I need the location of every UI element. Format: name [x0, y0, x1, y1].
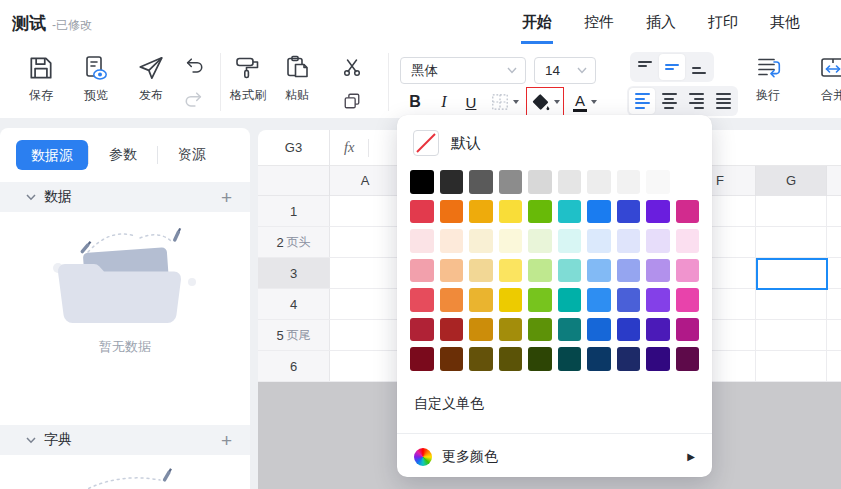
color-swatch-r2c1[interactable]: [410, 200, 434, 224]
color-swatch-r5c9[interactable]: [646, 288, 670, 312]
color-swatch-r6c1[interactable]: [410, 318, 434, 342]
color-swatch-r4c5[interactable]: [528, 259, 552, 283]
fill-color-button[interactable]: [526, 87, 564, 116]
undo-button[interactable]: [182, 54, 206, 78]
italic-button[interactable]: I: [432, 88, 456, 116]
color-swatch-r4c2[interactable]: [440, 259, 464, 283]
bold-button[interactable]: B: [402, 88, 428, 116]
color-swatch-r3c2[interactable]: [440, 229, 464, 253]
borders-button[interactable]: [488, 88, 522, 116]
row-header-1[interactable]: 1: [258, 196, 330, 226]
color-swatch-r5c7[interactable]: [587, 288, 611, 312]
color-swatch-r6c5[interactable]: [528, 318, 552, 342]
sidebar-tab-资源[interactable]: 资源: [158, 146, 226, 164]
align-center-button[interactable]: [656, 88, 682, 114]
color-swatch-r2c8[interactable]: [617, 200, 641, 224]
align-justify-button[interactable]: [710, 88, 736, 114]
color-swatch-r3c10[interactable]: [676, 229, 700, 253]
row-header-2[interactable]: 2页头: [258, 227, 330, 257]
color-swatch-r4c3[interactable]: [469, 259, 493, 283]
color-swatch-r4c8[interactable]: [617, 259, 641, 283]
menu-tab-控件[interactable]: 控件: [583, 0, 615, 44]
sidebar-tab-数据源[interactable]: 数据源: [16, 140, 88, 170]
color-swatch-r1c6[interactable]: [558, 170, 582, 194]
font-size-select[interactable]: 14: [534, 57, 596, 84]
color-swatch-r6c8[interactable]: [617, 318, 641, 342]
custom-color-option[interactable]: 自定义单色: [414, 395, 712, 413]
publish-button[interactable]: 发布: [124, 54, 178, 104]
color-swatch-r2c7[interactable]: [587, 200, 611, 224]
color-swatch-r2c5[interactable]: [528, 200, 552, 224]
redo-button[interactable]: [182, 88, 206, 112]
add-data-button[interactable]: +: [221, 188, 232, 207]
color-swatch-r3c7[interactable]: [587, 229, 611, 253]
cell-reference-box[interactable]: G3: [258, 130, 330, 166]
align-right-button[interactable]: [683, 88, 709, 114]
menu-tab-插入[interactable]: 插入: [645, 0, 677, 44]
align-middle-button[interactable]: [659, 54, 685, 80]
color-swatch-r5c5[interactable]: [528, 288, 552, 312]
add-dictionary-button[interactable]: +: [221, 431, 232, 450]
color-swatch-r5c2[interactable]: [440, 288, 464, 312]
color-swatch-r4c10[interactable]: [676, 259, 700, 283]
color-swatch-r7c6[interactable]: [558, 347, 582, 371]
color-swatch-r7c10[interactable]: [676, 347, 700, 371]
color-swatch-r1c10[interactable]: [676, 170, 700, 194]
more-colors-option[interactable]: 更多颜色 ▶: [397, 434, 712, 480]
color-swatch-r7c1[interactable]: [410, 347, 434, 371]
color-swatch-r4c6[interactable]: [558, 259, 582, 283]
color-swatch-r4c7[interactable]: [587, 259, 611, 283]
merge-cells-button[interactable]: 合并: [806, 54, 841, 104]
default-color-option[interactable]: 默认: [397, 115, 712, 168]
color-swatch-r2c2[interactable]: [440, 200, 464, 224]
color-swatch-r7c5[interactable]: [528, 347, 552, 371]
menu-tab-其他[interactable]: 其他: [769, 0, 801, 44]
color-swatch-r1c3[interactable]: [469, 170, 493, 194]
row-header-4[interactable]: 4: [258, 289, 330, 319]
color-swatch-r3c5[interactable]: [528, 229, 552, 253]
copy-button[interactable]: [340, 89, 364, 113]
color-swatch-r6c7[interactable]: [587, 318, 611, 342]
color-swatch-r5c3[interactable]: [469, 288, 493, 312]
color-swatch-r6c2[interactable]: [440, 318, 464, 342]
section-header-data[interactable]: 数据 +: [0, 182, 250, 212]
color-swatch-r2c10[interactable]: [676, 200, 700, 224]
color-swatch-r3c8[interactable]: [617, 229, 641, 253]
color-swatch-r4c9[interactable]: [646, 259, 670, 283]
column-header-A[interactable]: A: [330, 166, 401, 196]
fx-button[interactable]: fx: [344, 139, 354, 156]
column-header-G[interactable]: G: [756, 166, 827, 196]
font-family-select[interactable]: 黑体: [400, 57, 526, 84]
align-bottom-button[interactable]: [686, 54, 712, 80]
color-swatch-r3c3[interactable]: [469, 229, 493, 253]
sidebar-tab-参数[interactable]: 参数: [89, 146, 157, 164]
save-button[interactable]: 保存: [14, 54, 68, 104]
row-header-5[interactable]: 5页尾: [258, 320, 330, 350]
color-swatch-r1c5[interactable]: [528, 170, 552, 194]
color-swatch-r7c2[interactable]: [440, 347, 464, 371]
color-swatch-r7c4[interactable]: [499, 347, 523, 371]
color-swatch-r7c8[interactable]: [617, 347, 641, 371]
color-swatch-r1c4[interactable]: [499, 170, 523, 194]
color-swatch-r5c1[interactable]: [410, 288, 434, 312]
color-swatch-r1c1[interactable]: [410, 170, 434, 194]
color-swatch-r6c4[interactable]: [499, 318, 523, 342]
color-swatch-r5c10[interactable]: [676, 288, 700, 312]
color-swatch-r1c9[interactable]: [646, 170, 670, 194]
color-swatch-r1c7[interactable]: [587, 170, 611, 194]
align-left-button[interactable]: [629, 88, 655, 114]
section-header-dictionary[interactable]: 字典 +: [0, 425, 250, 455]
color-swatch-r7c9[interactable]: [646, 347, 670, 371]
color-swatch-r3c4[interactable]: [499, 229, 523, 253]
underline-button[interactable]: U: [458, 88, 484, 116]
format-painter-button[interactable]: 格式刷: [221, 54, 275, 104]
color-swatch-r1c8[interactable]: [617, 170, 641, 194]
align-top-button[interactable]: [632, 54, 658, 80]
color-swatch-r5c4[interactable]: [499, 288, 523, 312]
color-swatch-r4c4[interactable]: [499, 259, 523, 283]
color-swatch-r2c6[interactable]: [558, 200, 582, 224]
color-swatch-r2c9[interactable]: [646, 200, 670, 224]
color-swatch-r5c6[interactable]: [558, 288, 582, 312]
font-color-button[interactable]: A: [568, 88, 602, 116]
color-swatch-r1c2[interactable]: [440, 170, 464, 194]
